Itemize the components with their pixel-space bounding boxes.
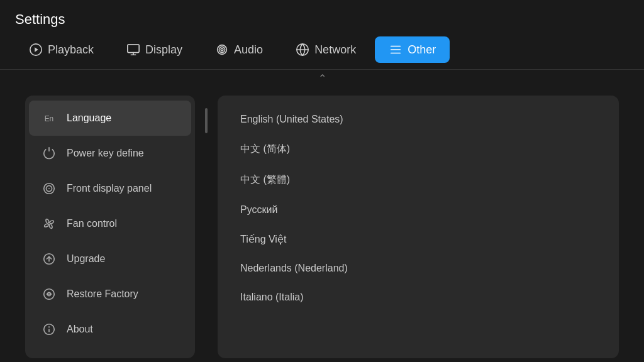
fan-icon [40, 215, 58, 233]
svg-marker-1 [35, 47, 38, 52]
about-icon [40, 321, 58, 338]
scroll-indicator [205, 96, 208, 358]
page-title: Settings [15, 11, 629, 28]
play-icon [29, 43, 43, 57]
display-panel-icon [40, 180, 58, 197]
audio-icon [215, 43, 229, 57]
lang-item-3[interactable]: Русский [230, 196, 606, 224]
lang-item-6[interactable]: Italiano (Italia) [230, 283, 606, 311]
svg-text:En: En [45, 114, 54, 123]
menu-icon [389, 43, 402, 57]
menu-item-fan[interactable]: Fan control [29, 206, 191, 241]
scroll-dot [205, 108, 208, 133]
upgrade-icon [40, 250, 58, 268]
right-panel: English (United States) 中文 (简体) 中文 (繁體) … [218, 96, 619, 358]
tab-display[interactable]: Display [113, 36, 196, 63]
power-icon [40, 145, 58, 162]
menu-item-language[interactable]: En Language [29, 101, 191, 136]
svg-rect-2 [128, 45, 139, 53]
menu-item-power[interactable]: Power key define [29, 136, 191, 171]
lang-item-5[interactable]: Nederlands (Nederland) [230, 255, 606, 282]
tab-bar: Playback Display Audio [15, 36, 629, 63]
tab-audio[interactable]: Audio [201, 36, 277, 63]
tab-playback[interactable]: Playback [15, 36, 108, 63]
lang-item-4[interactable]: Tiếng Việt [230, 225, 606, 253]
menu-item-upgrade[interactable]: Upgrade [29, 241, 191, 277]
svg-point-5 [221, 48, 223, 51]
lang-icon: En [40, 109, 58, 127]
restore-icon [40, 285, 58, 303]
chevron-up-icon: ⌃ [318, 72, 326, 84]
menu-item-front-display[interactable]: Front display panel [29, 171, 191, 206]
lang-item-0[interactable]: English (United States) [230, 106, 606, 133]
network-icon [296, 43, 309, 57]
header: Settings Playback Display [0, 0, 644, 69]
lang-item-2[interactable]: 中文 (繁體) [230, 165, 606, 195]
menu-item-about[interactable]: About [29, 312, 191, 347]
svg-point-17 [48, 188, 50, 189]
display-icon [126, 43, 140, 57]
content-area: En Language Power key define Front displ… [0, 87, 644, 362]
left-panel: En Language Power key define Front displ… [25, 96, 195, 358]
tab-other[interactable]: Other [375, 36, 450, 63]
svg-point-6 [219, 47, 225, 52]
tab-network[interactable]: Network [282, 36, 370, 63]
chevron-row: ⌃ [0, 70, 644, 87]
lang-item-1[interactable]: 中文 (简体) [230, 134, 606, 164]
menu-item-restore[interactable]: Restore Factory [29, 277, 191, 312]
